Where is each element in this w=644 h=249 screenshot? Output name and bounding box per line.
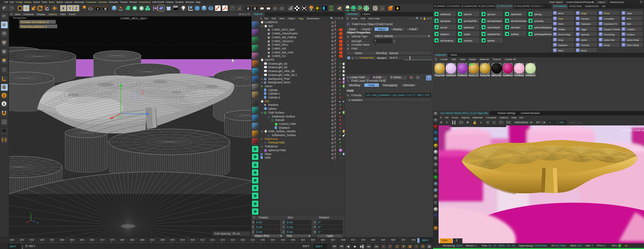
svg-text:Perspective: Perspective (13, 16, 26, 19)
svg-text:S: S (3, 94, 5, 97)
svg-text:CAM01_MCU_Spin✧: CAM01_MCU_Spin✧ (120, 17, 148, 20)
svg-text:Y: Y (30, 211, 31, 213)
svg-text:S: S (3, 102, 5, 106)
svg-text:1920*1080 ZOOM:%60: 1920*1080 ZOOM:%60 (621, 129, 644, 132)
svg-text:HHH: HHH (231, 6, 234, 8)
svg-text:X: X (62, 6, 65, 10)
svg-text:Number of emitters: 0: Number of emitters: 0 (21, 21, 49, 24)
svg-text:Total live particles: 0: Total live particles: 0 (21, 25, 47, 28)
svg-text:Z: Z (37, 222, 39, 224)
svg-text:Z: Z (75, 6, 77, 10)
svg-text:S: S (3, 85, 5, 89)
svg-text:Grid Spacing : 50 cm: Grid Spacing : 50 cm (214, 232, 240, 235)
svg-text:Y: Y (69, 6, 71, 10)
